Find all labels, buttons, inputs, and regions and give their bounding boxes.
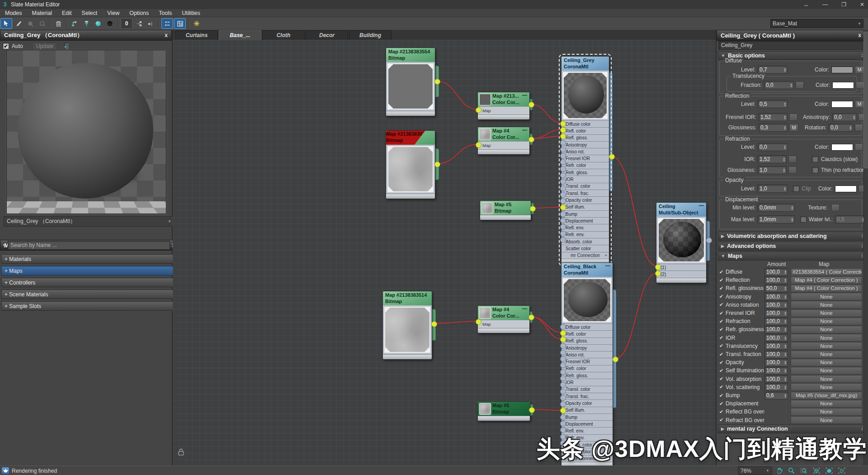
slot-scattercolor[interactable]: Scatter color bbox=[561, 245, 609, 252]
collapse-icon[interactable]: — bbox=[522, 92, 527, 98]
slot-input-socket[interactable] bbox=[560, 179, 566, 185]
section-maps[interactable]: ▼ Maps bbox=[718, 252, 868, 261]
map-amount-spinner[interactable]: 50,0▴▾ bbox=[764, 285, 788, 292]
sample-slot-icon[interactable] bbox=[65, 43, 70, 50]
reflection-level-spinner[interactable]: 0,5▴▾ bbox=[758, 100, 788, 108]
map-slot-button[interactable]: None bbox=[791, 318, 862, 325]
slot-translfrac[interactable]: Transl. frac. bbox=[561, 190, 609, 196]
slot-fresnelior[interactable]: Fresnel IOR bbox=[561, 155, 609, 162]
map-slot-button[interactable]: ) #2138383554 ( Color Correctic bbox=[791, 268, 862, 276]
map-amount-spinner[interactable]: 100,0▴▾ bbox=[764, 293, 788, 300]
material-output-socket[interactable] bbox=[613, 356, 618, 362]
map-input-socket[interactable] bbox=[476, 107, 481, 113]
preview-caption-dropdown[interactable]: Ceiling_Grey （CoronaMtl） ▼ bbox=[4, 216, 175, 227]
browser-category[interactable]: + Sample Slots bbox=[1, 301, 177, 311]
slot-input-socket[interactable] bbox=[560, 414, 566, 420]
slot-input-socket[interactable] bbox=[560, 185, 566, 191]
map-slot-button[interactable]: None bbox=[791, 383, 862, 391]
map-enable-checkbox[interactable]: ✔ bbox=[719, 285, 726, 291]
rotation-spinner[interactable]: 0,0▴▾ bbox=[829, 124, 853, 132]
pan-hand-icon[interactable] bbox=[775, 466, 784, 475]
node-header[interactable]: Map #2138383514Bitmap bbox=[386, 131, 435, 145]
map-slot-button[interactable]: None bbox=[791, 359, 862, 366]
menu-utilities[interactable]: Utilities bbox=[177, 10, 205, 16]
map-amount-spinner[interactable]: 100,0▴▾ bbox=[764, 359, 788, 366]
slot-displacement[interactable]: Displacement bbox=[561, 217, 609, 224]
opacity-level-spinner[interactable]: 1,0▴▾ bbox=[758, 185, 788, 193]
pan-region-icon[interactable] bbox=[837, 466, 846, 475]
node-map514[interactable]: Map #2138383514Bitmap bbox=[386, 130, 435, 199]
slot-refrenv[interactable]: Refr. env. bbox=[561, 231, 609, 238]
tab-base[interactable]: Base_... bbox=[219, 30, 261, 40]
map-enable-checkbox[interactable]: ✔ bbox=[719, 401, 726, 407]
fresnel-ior-spinner[interactable]: 1,52▴▾ bbox=[759, 113, 788, 121]
slot-input-socket[interactable] bbox=[560, 192, 566, 198]
node-header[interactable]: Ceiling_GreyCoronaMtl bbox=[561, 57, 609, 71]
reflection-map-m-button[interactable]: M bbox=[855, 100, 864, 108]
material-output-socket[interactable] bbox=[609, 154, 615, 160]
slot-input-socket[interactable] bbox=[560, 127, 566, 133]
close-icon[interactable]: x bbox=[165, 32, 168, 38]
refraction-level-spinner[interactable]: 0,0▴▾ bbox=[758, 143, 788, 151]
slot-input-socket[interactable] bbox=[560, 121, 566, 127]
assign-material-icon[interactable] bbox=[25, 19, 36, 28]
output-socket[interactable] bbox=[528, 137, 534, 142]
slot-input-socket[interactable] bbox=[560, 140, 566, 146]
map-slot-button[interactable]: None bbox=[791, 400, 862, 408]
delete-icon[interactable] bbox=[53, 19, 64, 28]
refraction-color-map-button[interactable] bbox=[855, 143, 863, 151]
slot-input-socket[interactable] bbox=[560, 421, 566, 427]
update-button[interactable]: Update bbox=[32, 42, 58, 50]
refraction-ior-spinner[interactable]: 1,52▴▾ bbox=[758, 155, 787, 163]
section-advanced[interactable]: ▶ Advanced options bbox=[718, 242, 868, 251]
slot-input-socket[interactable] bbox=[560, 389, 566, 394]
slot-input-socket[interactable] bbox=[560, 147, 566, 152]
map-slot-button[interactable]: None bbox=[791, 416, 862, 424]
map-slot-button[interactable]: None bbox=[791, 293, 862, 300]
slot-input-socket[interactable] bbox=[560, 224, 566, 230]
map-amount-spinner[interactable]: 100,0▴▾ bbox=[764, 351, 788, 358]
map-amount-spinner[interactable]: 0,6▴▾ bbox=[764, 392, 788, 399]
title-bar[interactable]: 3 Slate Material Editor ↔ — ❐ ✕ bbox=[0, 0, 868, 9]
tab-decor[interactable]: Decor bbox=[306, 30, 348, 40]
node-map554[interactable]: Map #2138383554Bitmap bbox=[386, 48, 435, 116]
slot-translfrac[interactable]: Transl. frac. bbox=[561, 393, 613, 399]
menu-options[interactable]: Options bbox=[124, 10, 154, 16]
menu-edit[interactable]: Edit bbox=[57, 10, 77, 16]
map-enable-checkbox[interactable]: ✔ bbox=[719, 409, 726, 415]
menu-select[interactable]: Select bbox=[77, 10, 103, 16]
slot-reflgloss[interactable]: Refl. gloss. bbox=[561, 134, 609, 141]
map-enable-checkbox[interactable]: ✔ bbox=[719, 343, 726, 349]
slot-anisotropy[interactable]: Anisotropy bbox=[561, 344, 613, 351]
map-slot-button[interactable]: None bbox=[791, 301, 862, 309]
material-output-socket[interactable] bbox=[706, 238, 712, 243]
slot-input-socket[interactable] bbox=[560, 375, 566, 381]
map-enable-checkbox[interactable]: ✔ bbox=[719, 327, 726, 332]
collapse-icon[interactable]: — bbox=[699, 203, 704, 208]
slot-ior[interactable]: IOR bbox=[561, 176, 609, 182]
node-header[interactable]: Map #5Bitmap bbox=[480, 201, 531, 215]
slot-input-socket[interactable] bbox=[655, 271, 661, 276]
map-input-socket[interactable] bbox=[476, 142, 481, 148]
map-slot-button[interactable]: Map #4 ( Color Correction ) bbox=[791, 276, 862, 284]
map-slot-button[interactable]: Map #4 ( Color Correction ) bbox=[791, 285, 862, 292]
search-options-icon[interactable]: ▼ bbox=[2, 243, 6, 247]
slot-input-socket[interactable] bbox=[560, 343, 566, 349]
map-input-slot[interactable]: Map bbox=[478, 106, 529, 114]
slot-reflenv[interactable]: Refl. env. bbox=[561, 224, 609, 231]
slot-fresnelior[interactable]: Fresnel IOR bbox=[561, 358, 613, 365]
refraction-color-swatch[interactable] bbox=[831, 144, 853, 151]
scrollbar-thumb[interactable] bbox=[863, 32, 868, 168]
slot-input-socket[interactable] bbox=[560, 133, 566, 139]
browser-category[interactable]: + Scene Materials bbox=[1, 290, 177, 299]
map-amount-spinner[interactable]: 100,0▴▾ bbox=[764, 268, 788, 276]
outgoing-connections-icon[interactable] bbox=[145, 19, 156, 28]
slot-refrgloss[interactable]: Refr. gloss. bbox=[561, 372, 613, 379]
map-enable-checkbox[interactable]: ✔ bbox=[719, 318, 726, 324]
maximize-icon[interactable]: ❐ bbox=[841, 1, 846, 8]
map-input-slot[interactable]: Map bbox=[478, 141, 529, 149]
material-name-field[interactable]: Ceiling_Grey bbox=[718, 41, 868, 50]
map-slot-button[interactable]: None bbox=[791, 326, 862, 333]
map-amount-spinner[interactable]: 100,0▴▾ bbox=[764, 309, 788, 317]
tab-curtains[interactable]: Curtains bbox=[175, 30, 218, 40]
